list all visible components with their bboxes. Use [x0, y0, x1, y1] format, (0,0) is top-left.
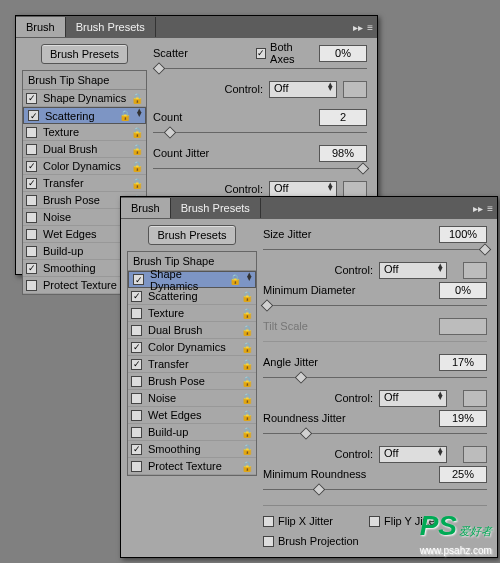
menu-icon[interactable]: ≡ — [487, 203, 493, 214]
lock-icon[interactable]: 🔒 — [241, 410, 253, 421]
tab-brush[interactable]: Brush — [121, 198, 171, 218]
flip-y-jitter-label: Flip Y Jitter — [384, 515, 439, 527]
count-slider[interactable] — [153, 130, 367, 136]
option-checkbox[interactable] — [26, 178, 37, 189]
roundness-jitter-slider[interactable] — [263, 431, 487, 437]
lock-icon[interactable]: 🔒 — [241, 393, 253, 404]
option-row-color-dynamics[interactable]: Color Dynamics🔒 — [23, 158, 146, 175]
option-checkbox[interactable] — [26, 229, 37, 240]
count-jitter-input[interactable] — [319, 145, 367, 162]
option-checkbox[interactable] — [26, 263, 37, 274]
lock-icon[interactable]: 🔒 — [241, 461, 253, 472]
roundness-control-select[interactable]: Off — [379, 446, 447, 463]
option-checkbox[interactable] — [131, 393, 142, 404]
tab-brush[interactable]: Brush — [16, 17, 66, 37]
tab-brush-presets[interactable]: Brush Presets — [66, 17, 156, 37]
roundness-jitter-input[interactable] — [439, 410, 487, 427]
flip-y-jitter-checkbox[interactable] — [369, 516, 380, 527]
option-row-texture[interactable]: Texture🔒 — [128, 305, 256, 322]
option-checkbox[interactable] — [26, 280, 37, 291]
option-checkbox[interactable] — [26, 161, 37, 172]
option-checkbox[interactable] — [26, 212, 37, 223]
option-checkbox[interactable] — [131, 359, 142, 370]
option-checkbox[interactable] — [131, 376, 142, 387]
lock-icon[interactable]: 🔒 — [131, 178, 143, 189]
brush-projection-checkbox[interactable] — [263, 536, 274, 547]
size-control-select[interactable]: Off — [379, 262, 447, 279]
option-checkbox[interactable] — [26, 195, 37, 206]
lock-icon[interactable]: 🔒 — [131, 93, 143, 104]
option-checkbox[interactable] — [131, 308, 142, 319]
option-checkbox[interactable] — [131, 427, 142, 438]
lock-icon[interactable]: 🔒 — [241, 376, 253, 387]
option-row-brush-pose[interactable]: Brush Pose🔒 — [128, 373, 256, 390]
collapse-icon[interactable]: ▸▸ — [353, 22, 363, 33]
size-jitter-input[interactable] — [439, 226, 487, 243]
option-checkbox[interactable] — [131, 291, 142, 302]
option-row-transfer[interactable]: Transfer🔒 — [23, 175, 146, 192]
brush-presets-button[interactable]: Brush Presets — [148, 225, 235, 245]
min-diameter-slider[interactable] — [263, 303, 487, 309]
angle-control-select[interactable]: Off — [379, 390, 447, 407]
scatter-slider[interactable] — [153, 66, 367, 72]
brush-presets-button[interactable]: Brush Presets — [41, 44, 128, 64]
option-row-scattering[interactable]: Scattering🔒 — [23, 107, 146, 124]
lock-icon[interactable]: 🔒 — [241, 359, 253, 370]
scatter-input[interactable] — [319, 45, 367, 62]
count-jitter-label: Count Jitter — [153, 147, 263, 159]
option-checkbox[interactable] — [26, 144, 37, 155]
option-checkbox[interactable] — [131, 444, 142, 455]
option-row-shape-dynamics[interactable]: Shape Dynamics🔒 — [128, 271, 256, 288]
option-label: Build-up — [41, 245, 127, 257]
option-checkbox[interactable] — [133, 274, 144, 285]
option-row-smoothing[interactable]: Smoothing🔒 — [128, 441, 256, 458]
min-diameter-input[interactable] — [439, 282, 487, 299]
count-jitter-slider[interactable] — [153, 166, 367, 172]
lock-icon[interactable]: 🔒 — [131, 161, 143, 172]
option-row-noise[interactable]: Noise🔒 — [128, 390, 256, 407]
lock-icon[interactable]: 🔒 — [241, 291, 253, 302]
lock-icon[interactable]: 🔒 — [229, 274, 241, 285]
size-jitter-slider[interactable] — [263, 247, 487, 253]
option-checkbox[interactable] — [26, 127, 37, 138]
option-row-color-dynamics[interactable]: Color Dynamics🔒 — [128, 339, 256, 356]
lock-icon[interactable]: 🔒 — [131, 144, 143, 155]
option-checkbox[interactable] — [28, 110, 39, 121]
count-input[interactable] — [319, 109, 367, 126]
option-row-build-up[interactable]: Build-up🔒 — [128, 424, 256, 441]
option-row-transfer[interactable]: Transfer🔒 — [128, 356, 256, 373]
option-row-dual-brush[interactable]: Dual Brush🔒 — [23, 141, 146, 158]
tab-brush-presets[interactable]: Brush Presets — [171, 198, 261, 218]
disabled-field — [463, 446, 487, 463]
brush-tip-shape-header[interactable]: Brush Tip Shape — [23, 71, 146, 90]
lock-icon[interactable]: 🔒 — [241, 427, 253, 438]
option-row-wet-edges[interactable]: Wet Edges🔒 — [128, 407, 256, 424]
option-row-texture[interactable]: Texture🔒 — [23, 124, 146, 141]
min-roundness-slider[interactable] — [263, 487, 487, 493]
menu-icon[interactable]: ≡ — [367, 22, 373, 33]
option-checkbox[interactable] — [131, 325, 142, 336]
lock-icon[interactable]: 🔒 — [131, 127, 143, 138]
lock-icon[interactable]: 🔒 — [241, 444, 253, 455]
lock-icon[interactable]: 🔒 — [119, 110, 131, 121]
count-jitter-control-select[interactable]: Off — [269, 181, 337, 198]
option-row-protect-texture[interactable]: Protect Texture🔒 — [128, 458, 256, 475]
angle-jitter-input[interactable] — [439, 354, 487, 371]
lock-icon[interactable]: 🔒 — [241, 308, 253, 319]
option-row-shape-dynamics[interactable]: Shape Dynamics🔒 — [23, 90, 146, 107]
lock-icon[interactable]: 🔒 — [241, 342, 253, 353]
option-checkbox[interactable] — [131, 461, 142, 472]
both-axes-checkbox[interactable] — [256, 48, 266, 59]
option-checkbox[interactable] — [26, 93, 37, 104]
option-checkbox[interactable] — [131, 410, 142, 421]
min-roundness-input[interactable] — [439, 466, 487, 483]
lock-icon[interactable]: 🔒 — [241, 325, 253, 336]
option-label: Noise — [146, 392, 237, 404]
option-checkbox[interactable] — [26, 246, 37, 257]
angle-jitter-slider[interactable] — [263, 375, 487, 381]
option-checkbox[interactable] — [131, 342, 142, 353]
scatter-control-select[interactable]: Off — [269, 81, 337, 98]
flip-x-jitter-checkbox[interactable] — [263, 516, 274, 527]
option-row-dual-brush[interactable]: Dual Brush🔒 — [128, 322, 256, 339]
collapse-icon[interactable]: ▸▸ — [473, 203, 483, 214]
